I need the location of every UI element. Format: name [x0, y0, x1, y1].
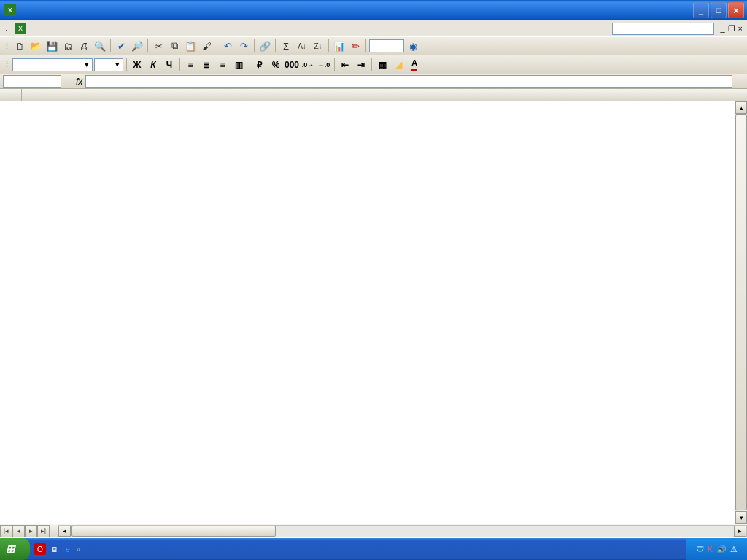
research-icon[interactable]: 🔎 [130, 39, 144, 53]
mdi-icon[interactable]: X [15, 23, 26, 34]
ie-icon[interactable]: e [62, 543, 74, 555]
windows-taskbar: ⊞ O 🖥 e » 🛡 K 🔊 ⚠ [0, 538, 747, 560]
standard-toolbar: ⋮ 🗋 📂 💾 🗂 🖨 🔍 ✔ 🔎 ✂ ⧉ 📋 🖌 ↶ ↷ 🔗 Σ A↓ Z↓ … [0, 36, 747, 55]
underline-icon[interactable]: Ч [162, 58, 177, 72]
copy-icon[interactable]: ⧉ [167, 39, 182, 53]
window-titlebar: X _ □ × [0, 0, 747, 20]
decrease-indent-icon[interactable]: ⇤ [338, 58, 352, 72]
formatting-toolbar: ⋮ ▾ ▾ Ж К Ч ≡ ≣ ≡ ▥ ₽ % 000 .0→ ←.0 ⇤ ⇥ … [0, 55, 747, 74]
increase-indent-icon[interactable]: ⇥ [354, 58, 368, 72]
formula-input[interactable] [85, 75, 732, 88]
start-button[interactable]: ⊞ [0, 538, 30, 560]
comma-icon[interactable]: 000 [285, 58, 299, 72]
hyperlink-icon[interactable]: 🔗 [258, 39, 272, 53]
paste-icon[interactable]: 📋 [183, 39, 198, 53]
mdi-close-button[interactable]: × [738, 24, 743, 34]
borders-icon[interactable]: ▦ [375, 58, 390, 72]
desktop-icon[interactable]: 🖥 [48, 543, 60, 555]
zoom-combo[interactable] [369, 39, 404, 52]
menu-bar: ⋮ X _ ❐ × [0, 20, 747, 36]
sheet-nav-buttons[interactable]: |◂◂▸▸| [0, 525, 50, 537]
preview-icon[interactable]: 🔍 [93, 39, 107, 53]
increase-decimal-icon[interactable]: .0→ [301, 58, 315, 72]
redo-icon[interactable]: ↷ [236, 39, 251, 53]
fill-color-icon[interactable]: ◢ [391, 58, 406, 72]
opera-icon[interactable]: O [34, 543, 46, 555]
print-icon[interactable]: 🖨 [77, 39, 91, 53]
autosum-icon[interactable]: Σ [279, 39, 293, 53]
spreadsheet-grid[interactable]: ▴▾ [0, 89, 747, 524]
align-right-icon[interactable]: ≡ [215, 58, 230, 72]
format-painter-icon[interactable]: 🖌 [199, 39, 214, 53]
name-box[interactable] [3, 75, 61, 88]
permission-icon[interactable]: 🗂 [61, 39, 75, 53]
decrease-decimal-icon[interactable]: ←.0 [317, 58, 331, 72]
font-size-combo[interactable]: ▾ [94, 58, 123, 71]
currency-icon[interactable]: ₽ [252, 58, 267, 72]
align-left-icon[interactable]: ≡ [183, 58, 198, 72]
open-icon[interactable]: 📂 [28, 39, 43, 53]
menu-file[interactable] [31, 27, 41, 30]
menu-format[interactable] [71, 27, 82, 30]
new-icon[interactable]: 🗋 [12, 39, 27, 53]
tray-volume-icon[interactable]: 🔊 [716, 545, 727, 554]
drawing-icon[interactable]: ✏ [348, 39, 363, 53]
menu-edit[interactable] [41, 27, 51, 30]
font-color-icon[interactable]: A [407, 58, 422, 72]
font-combo[interactable]: ▾ [12, 58, 93, 71]
bold-icon[interactable]: Ж [130, 58, 144, 72]
excel-app-icon: X [4, 4, 16, 16]
merge-icon[interactable]: ▥ [231, 58, 246, 72]
quick-launch: O 🖥 e » [34, 543, 80, 555]
help-icon[interactable]: ◉ [406, 39, 420, 53]
menu-view[interactable] [51, 27, 61, 30]
italic-icon[interactable]: К [146, 58, 160, 72]
maximize-button[interactable]: □ [711, 2, 727, 18]
menu-help[interactable] [112, 27, 123, 30]
percent-icon[interactable]: % [268, 58, 283, 72]
menu-service[interactable] [82, 27, 92, 30]
cut-icon[interactable]: ✂ [151, 39, 166, 53]
tray-shield-icon[interactable]: 🛡 [696, 545, 704, 553]
minimize-button[interactable]: _ [693, 2, 709, 18]
fx-icon[interactable]: fx [76, 77, 82, 87]
horizontal-scrollbar[interactable]: ◂▸ [58, 525, 747, 537]
select-all-corner[interactable] [0, 89, 22, 101]
system-tray: 🛡 K 🔊 ⚠ [686, 538, 747, 560]
menu-window[interactable] [102, 27, 112, 30]
menu-insert[interactable] [61, 27, 71, 30]
close-button[interactable]: × [728, 2, 744, 18]
chart-icon[interactable]: 📊 [332, 39, 347, 53]
mdi-restore-button[interactable]: ❐ [728, 24, 735, 34]
mdi-minimize-button[interactable]: _ [720, 24, 724, 34]
tray-warn-icon[interactable]: ⚠ [730, 545, 738, 554]
spell-icon[interactable]: ✔ [114, 39, 128, 53]
menu-data[interactable] [92, 27, 102, 30]
save-icon[interactable]: 💾 [44, 39, 59, 53]
undo-icon[interactable]: ↶ [220, 39, 235, 53]
align-center-icon[interactable]: ≣ [199, 58, 214, 72]
formula-bar-row: fx [0, 74, 747, 89]
ask-question-input[interactable] [612, 23, 714, 35]
sort-asc-icon[interactable]: A↓ [295, 39, 309, 53]
vertical-scrollbar[interactable]: ▴▾ [735, 101, 747, 524]
windows-logo-icon: ⊞ [6, 542, 15, 556]
tray-av-icon[interactable]: K [708, 545, 713, 553]
sort-desc-icon[interactable]: Z↓ [311, 39, 325, 53]
